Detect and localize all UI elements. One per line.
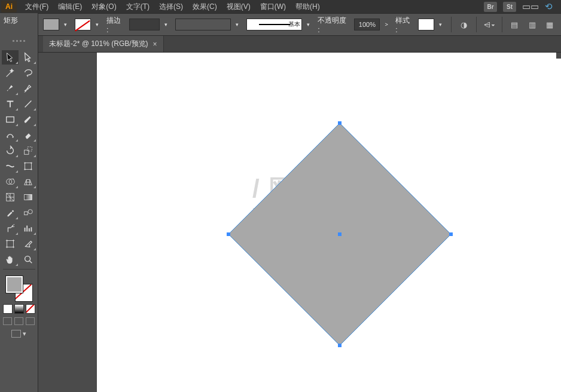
free-transform-tool[interactable] [20, 159, 36, 173]
magic-wand-tool[interactable] [2, 66, 19, 80]
menu-type[interactable]: 文字(T) [121, 0, 154, 14]
brush-def-caret[interactable]: ▾ [307, 22, 313, 27]
fill-color-front[interactable] [5, 275, 23, 293]
color-none-icon[interactable] [26, 304, 35, 314]
eraser-tool[interactable] [20, 128, 36, 142]
artboard[interactable]: / 网 ystem.com [97, 53, 561, 392]
curvature-tool[interactable] [20, 81, 36, 96]
fill-stroke-indicator[interactable] [5, 275, 33, 302]
rotate-tool[interactable] [2, 143, 19, 158]
eyedropper-tool[interactable] [2, 206, 19, 220]
shape-builder-tool[interactable] [2, 174, 19, 189]
stroke-weight-input[interactable] [129, 19, 160, 30]
style-label: 样式 : [395, 16, 413, 34]
pen-tool[interactable] [2, 81, 19, 96]
rectangle-tool[interactable] [2, 112, 19, 127]
opacity-input[interactable]: 100% [354, 19, 380, 30]
column-graph-tool[interactable] [20, 221, 36, 235]
stock-icon[interactable]: St [503, 2, 516, 12]
menu-help[interactable]: 帮助(H) [291, 0, 325, 14]
var-width-caret[interactable]: ▾ [236, 22, 242, 27]
draw-normal-icon[interactable] [3, 317, 12, 325]
artboard-tool[interactable] [2, 237, 19, 251]
perspective-grid-tool[interactable] [20, 174, 36, 189]
svg-rect-23 [449, 232, 453, 236]
color-gradient-icon[interactable] [14, 304, 24, 314]
line-segment-tool[interactable] [20, 97, 36, 111]
svg-rect-26 [338, 232, 342, 236]
svg-rect-24 [338, 344, 342, 347]
slice-tool[interactable] [20, 237, 36, 251]
draw-behind-icon[interactable] [14, 317, 23, 325]
zoom-tool[interactable] [20, 252, 36, 267]
scale-tool[interactable] [20, 143, 36, 158]
svg-point-2 [12, 137, 13, 138]
arrange-docs-icon[interactable]: ▭▭ [522, 1, 539, 12]
selected-shape[interactable] [228, 123, 451, 345]
fill-swatch[interactable] [43, 19, 59, 30]
pasteboard[interactable] [38, 53, 97, 392]
recolor-icon[interactable]: ◑ [458, 19, 470, 30]
svg-point-15 [28, 210, 32, 214]
gradient-tool[interactable] [20, 190, 36, 204]
close-tab-icon[interactable]: × [153, 40, 157, 48]
svg-rect-19 [7, 241, 13, 247]
blend-tool[interactable] [20, 206, 36, 220]
stroke-dropdown-caret[interactable]: ▾ [96, 22, 102, 27]
svg-rect-0 [6, 117, 14, 122]
stroke-label: 描边 : [106, 16, 124, 34]
direct-selection-tool[interactable] [20, 50, 36, 65]
document-tabs: 未标题-2* @ 101% (RGB/预览) × [0, 36, 561, 53]
workspace: / 网 ystem.com [38, 53, 561, 392]
divider [3, 269, 35, 270]
app-logo: Ai [1, 1, 17, 13]
separator [451, 17, 452, 32]
align-center-icon[interactable]: ▥ [526, 19, 538, 30]
svg-point-8 [24, 169, 25, 170]
menu-effect[interactable]: 效果(C) [188, 0, 222, 14]
document-tab[interactable]: 未标题-2* @ 101% (RGB/预览) × [43, 36, 164, 52]
style-caret[interactable]: ▾ [439, 22, 445, 27]
menu-view[interactable]: 视图(V) [222, 0, 255, 14]
menu-window[interactable]: 窗口(W) [255, 0, 291, 14]
opacity-caret[interactable]: > [385, 22, 391, 27]
var-width-profile[interactable] [175, 19, 231, 30]
mesh-tool[interactable] [2, 190, 19, 204]
lasso-tool[interactable] [20, 66, 36, 80]
selection-tool[interactable] [2, 50, 19, 65]
shaper-tool[interactable] [2, 128, 19, 142]
svg-rect-14 [24, 212, 27, 215]
menu-file[interactable]: 文件(F) [20, 0, 53, 14]
toolbox-grip[interactable] [0, 38, 38, 44]
stroke-weight-caret[interactable]: ▾ [164, 22, 170, 27]
align-selection-icon[interactable]: ⩤▾ [483, 19, 495, 30]
screen-mode-button[interactable]: ▾ [11, 330, 26, 338]
menu-bar: Ai 文件(F) 编辑(E) 对象(O) 文字(T) 选择(S) 效果(C) 视… [0, 0, 561, 13]
menu-edit[interactable]: 编辑(E) [53, 0, 87, 14]
graphic-style-swatch[interactable] [418, 19, 434, 30]
svg-rect-3 [24, 150, 28, 154]
menu-object[interactable]: 对象(O) [87, 0, 121, 14]
align-left-icon[interactable]: ▤ [508, 19, 521, 30]
color-solid-icon[interactable] [3, 304, 13, 314]
align-right-icon[interactable]: ▦ [544, 19, 556, 30]
fill-dropdown-caret[interactable]: ▾ [64, 22, 70, 27]
svg-point-18 [13, 224, 14, 225]
menu-select[interactable]: 选择(S) [154, 0, 188, 14]
symbol-sprayer-tool[interactable] [2, 221, 19, 235]
brush-definition[interactable]: 基本 [246, 19, 302, 30]
bridge-icon[interactable]: Br [484, 2, 497, 12]
svg-point-7 [31, 162, 32, 163]
gpu-icon[interactable]: ⟲ [545, 1, 553, 12]
svg-rect-4 [28, 147, 32, 151]
collapsed-panel-strip[interactable] [556, 53, 561, 59]
draw-inside-icon[interactable] [26, 317, 35, 325]
svg-point-1 [7, 137, 8, 138]
hand-tool[interactable] [2, 252, 19, 267]
tool-context-label: 矩形 [0, 13, 38, 36]
width-tool[interactable] [2, 159, 19, 173]
type-tool[interactable] [2, 97, 19, 111]
stroke-swatch[interactable] [75, 19, 91, 30]
paintbrush-tool[interactable] [20, 112, 36, 127]
toolbox: ▾ [0, 36, 38, 392]
